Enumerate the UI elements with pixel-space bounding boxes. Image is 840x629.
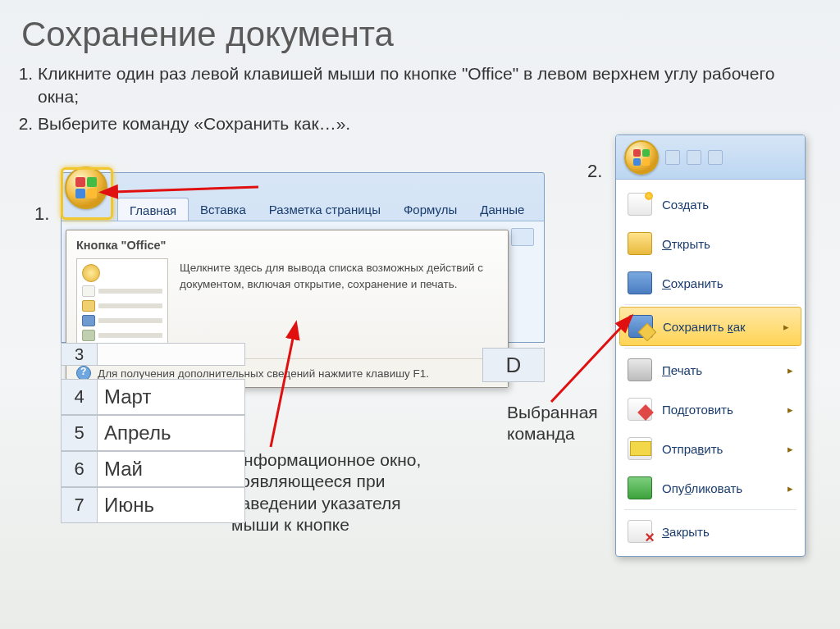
office-button-small[interactable] — [624, 140, 659, 175]
chevron-right-icon: ▸ — [788, 403, 793, 416]
tooltip-text: Щелкните здесь для вывода списка возможн… — [180, 258, 498, 292]
step-marker-1: 1. — [34, 203, 49, 225]
menu-item-new[interactable]: Создать — [616, 185, 805, 224]
close-icon — [628, 520, 652, 543]
page-title: Сохранение документа — [0, 0, 840, 62]
print-icon — [628, 358, 652, 381]
office-menu: СоздатьОткрытьСохранитьСохранить как▸Печ… — [615, 134, 806, 557]
menu-item-label: Отправить — [662, 442, 723, 456]
chevron-right-icon: ▸ — [788, 364, 793, 376]
qat-save-icon[interactable] — [665, 150, 680, 165]
menu-item-label: Опубликовать — [662, 481, 742, 495]
tab-layout[interactable]: Разметка страницы — [258, 198, 392, 222]
tab-formulas[interactable]: Формулы — [392, 198, 468, 222]
menu-item-label: Сохранить — [662, 276, 724, 290]
cell[interactable]: Март — [98, 379, 245, 415]
office-button[interactable] — [65, 166, 107, 209]
menu-item-label: Сохранить как — [663, 320, 746, 334]
menu-item-label: Подготовить — [662, 403, 733, 417]
ribbon-tabs: Главная Вставка Разметка страницы Формул… — [117, 198, 536, 222]
chevron-right-icon: ▸ — [788, 482, 793, 495]
row-number[interactable]: 7 — [62, 487, 98, 523]
row-number[interactable]: 4 — [62, 379, 98, 415]
instruction-list: Кликните один раз левой клавишей мыши по… — [0, 62, 840, 135]
open-icon — [628, 232, 652, 255]
instruction-step: Выберите команду «Сохранить как…». — [38, 112, 802, 135]
tab-insert[interactable]: Вставка — [189, 198, 258, 222]
chevron-right-icon: ▸ — [788, 443, 793, 455]
menu-item-label: Закрыть — [662, 525, 710, 539]
qat-undo-icon[interactable] — [687, 150, 701, 165]
menu-item-open[interactable]: Открыть — [616, 224, 805, 263]
cell[interactable]: Апрель — [98, 415, 245, 451]
chevron-right-icon: ▸ — [783, 321, 789, 333]
tooltip-title: Кнопка "Office" — [66, 230, 508, 255]
send-icon — [628, 437, 652, 460]
tab-data[interactable]: Данные — [468, 198, 536, 222]
menu-item-send[interactable]: Отправить▸ — [616, 429, 805, 468]
menu-item-save[interactable]: Сохранить — [616, 263, 805, 303]
menu-item-label: Открыть — [662, 237, 710, 251]
menu-item-label: Создать — [662, 198, 709, 212]
menu-item-label: Печать — [662, 363, 702, 377]
row-number[interactable]: 3 — [62, 343, 98, 366]
menu-item-print[interactable]: Печать▸ — [616, 350, 805, 390]
menu-separator — [624, 509, 797, 510]
instruction-step: Кликните один раз левой клавишей мыши по… — [38, 62, 802, 109]
row-number[interactable]: 5 — [62, 415, 98, 451]
svg-line-2 — [551, 325, 623, 402]
menu-item-prep[interactable]: Подготовить▸ — [616, 390, 805, 429]
new-icon — [628, 193, 652, 216]
pub-icon — [628, 476, 652, 499]
menu-item-saveas[interactable]: Сохранить как▸ — [619, 307, 801, 346]
saveas-icon — [628, 315, 653, 338]
menu-separator — [624, 304, 797, 305]
ribbon-button[interactable] — [511, 228, 534, 246]
menu-separator — [624, 348, 797, 349]
qat-redo-icon[interactable] — [708, 150, 723, 165]
row-number[interactable]: 6 — [62, 451, 98, 487]
cell[interactable] — [98, 343, 245, 366]
menu-item-close[interactable]: Закрыть — [616, 512, 805, 551]
menu-item-pub[interactable]: Опубликовать▸ — [616, 468, 805, 508]
tab-home[interactable]: Главная — [117, 198, 189, 222]
cell[interactable]: Июнь — [98, 487, 245, 523]
spreadsheet: 3 4Март 5Апрель 6Май 7Июнь — [61, 343, 545, 523]
prep-icon — [628, 398, 652, 421]
save-icon — [628, 271, 652, 294]
tooltip-thumbnail — [76, 258, 168, 349]
step-marker-2: 2. — [587, 161, 602, 182]
cell[interactable]: Май — [98, 451, 245, 487]
office-menu-list: СоздатьОткрытьСохранитьСохранить как▸Печ… — [616, 180, 805, 556]
office-menu-header — [616, 135, 805, 180]
